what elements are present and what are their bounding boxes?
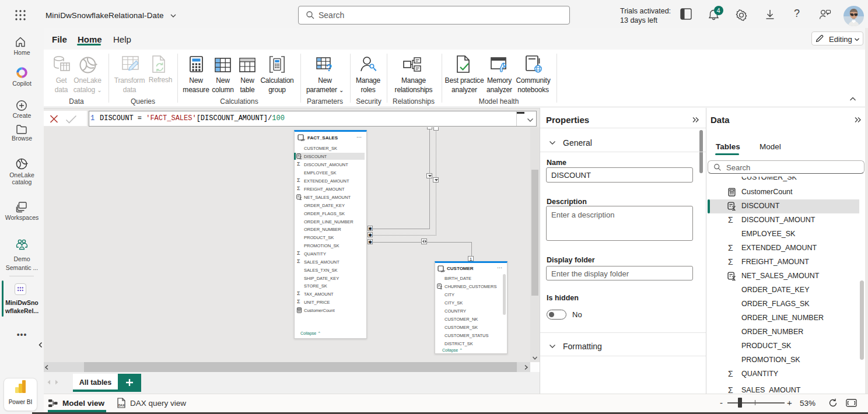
svg-text:DAX: DAX (118, 404, 125, 407)
svg-text:?: ? (326, 62, 332, 73)
